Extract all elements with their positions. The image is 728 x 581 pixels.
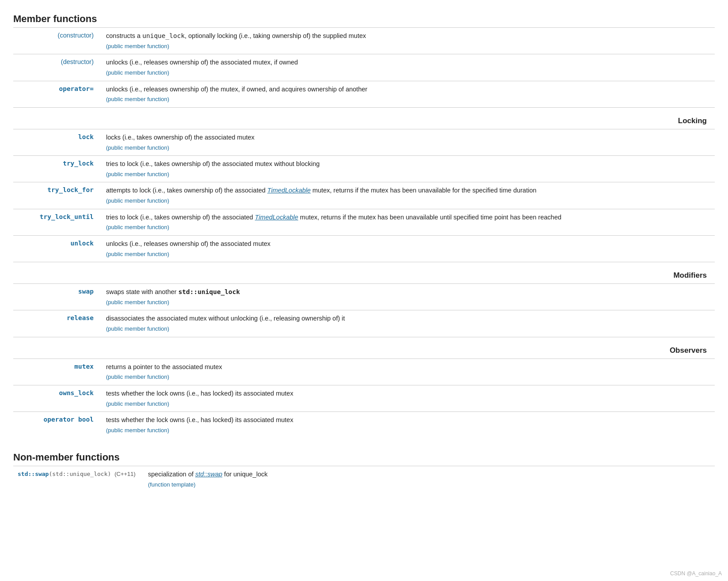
func-name-unlock: unlock <box>71 240 94 247</box>
table-row: try_lock tries to lock (i.e., takes owne… <box>13 156 715 182</box>
func-name-std-swap: std::swap(std::unique_lock) <box>18 471 114 477</box>
func-desc-operator-bool: tests whether the lock owns (i.e., has l… <box>102 412 715 438</box>
func-name-operator-assign: operator= <box>59 85 94 92</box>
func-desc-owns-lock: tests whether the lock owns (i.e., has l… <box>102 385 715 411</box>
func-name-constructor: (constructor) <box>58 32 94 39</box>
func-label-unlock: (public member function) <box>106 250 710 259</box>
std-swap-bold: std::swap <box>18 471 49 477</box>
func-name-mutex: mutex <box>74 363 94 370</box>
func-name-owns-lock: owns_lock <box>59 389 94 396</box>
func-label-owns-lock: (public member function) <box>106 400 710 408</box>
table-row: operator= unlocks (i.e., releases owners… <box>13 81 715 107</box>
func-desc-operator-assign: unlocks (i.e., releases ownership of) th… <box>102 81 715 107</box>
locking-header: Locking <box>18 117 707 125</box>
table-row: swap swaps state with another std::uniqu… <box>13 284 715 310</box>
table-row: lock locks (i.e., takes ownership of) th… <box>13 129 715 155</box>
func-label-operator-assign: (public member function) <box>106 95 710 104</box>
func-desc-try-lock-for: attempts to lock (i.e., takes ownership … <box>102 182 715 209</box>
table-row: (destructor) unlocks (i.e., releases own… <box>13 54 715 81</box>
func-name-release: release <box>67 314 94 321</box>
func-name-try-lock-until: try_lock_until <box>40 213 94 220</box>
func-label-try-lock: (public member function) <box>106 170 710 179</box>
func-name-try-lock-for: try_lock_for <box>47 186 94 193</box>
func-desc-lock: locks (i.e., takes ownership of) the ass… <box>102 129 715 155</box>
func-name-operator-bool: operator bool <box>44 416 94 423</box>
func-desc-swap: swaps state with another std::unique_loc… <box>102 284 715 310</box>
table-row: owns_lock tests whether the lock owns (i… <box>13 385 715 411</box>
func-desc-unlock: unlocks (i.e., releases ownership of) th… <box>102 235 715 262</box>
func-desc-constructor: constructs a unique_lock, optionally loc… <box>102 28 715 54</box>
func-label-try-lock-for: (public member function) <box>106 196 710 205</box>
section2-title: Non-member functions <box>13 452 715 463</box>
std-swap-link[interactable]: std::swap <box>195 471 222 478</box>
observers-header: Observers <box>18 346 707 355</box>
func-desc-try-lock-until: tries to lock (i.e., takes ownership of)… <box>102 209 715 235</box>
func-label-lock: (public member function) <box>106 143 710 152</box>
cxx11-badge: (C++11) <box>114 471 136 477</box>
func-name-destructor: (destructor) <box>61 58 94 65</box>
table-row: std::swap(std::unique_lock) (C++11) spec… <box>13 466 715 493</box>
func-label-destructor: (public member function) <box>106 68 710 77</box>
modifiers-header: Modifiers <box>18 271 707 280</box>
func-name-lock: lock <box>78 133 94 140</box>
func-desc-mutex: returns a pointer to the associated mute… <box>102 358 715 385</box>
func-name-swap: swap <box>78 288 94 295</box>
table-row: release disassociates the associated mut… <box>13 310 715 337</box>
table-row: (constructor) constructs a unique_lock, … <box>13 28 715 54</box>
func-desc-try-lock: tries to lock (i.e., takes ownership of)… <box>102 156 715 182</box>
func-label-constructor: (public member function) <box>106 42 710 51</box>
member-functions-table: (constructor) constructs a unique_lock, … <box>13 27 715 438</box>
func-desc-release: disassociates the associated mutex witho… <box>102 310 715 337</box>
func-label-swap: (public member function) <box>106 298 710 307</box>
std-swap-arg: (std::unique_lock) <box>49 471 111 477</box>
table-row: try_lock_until tries to lock (i.e., take… <box>13 209 715 235</box>
observers-header-row: Observers <box>13 337 715 358</box>
table-row: mutex returns a pointer to the associate… <box>13 358 715 385</box>
locking-header-row: Locking <box>13 107 715 129</box>
func-label-std-swap: (function template) <box>148 480 710 489</box>
non-member-functions-table: std::swap(std::unique_lock) (C++11) spec… <box>13 466 715 492</box>
section1-title: Member functions <box>13 13 715 25</box>
timed-lockable-link-2[interactable]: TimedLockable <box>255 214 298 221</box>
timed-lockable-link-1[interactable]: TimedLockable <box>267 187 311 194</box>
func-desc-std-swap: specialization of std::swap for unique_l… <box>144 466 715 493</box>
func-label-mutex: (public member function) <box>106 373 710 381</box>
func-desc-destructor: unlocks (i.e., releases ownership of) th… <box>102 54 715 81</box>
table-row: operator bool tests whether the lock own… <box>13 412 715 438</box>
table-row: try_lock_for attempts to lock (i.e., tak… <box>13 182 715 209</box>
table-row: unlock unlocks (i.e., releases ownership… <box>13 235 715 262</box>
swap-code: std::unique_lock <box>178 288 240 295</box>
func-label-operator-bool: (public member function) <box>106 426 710 435</box>
modifiers-header-row: Modifiers <box>13 262 715 284</box>
func-name-try-lock: try_lock <box>63 160 94 167</box>
func-label-try-lock-until: (public member function) <box>106 223 710 232</box>
func-label-release: (public member function) <box>106 324 710 333</box>
